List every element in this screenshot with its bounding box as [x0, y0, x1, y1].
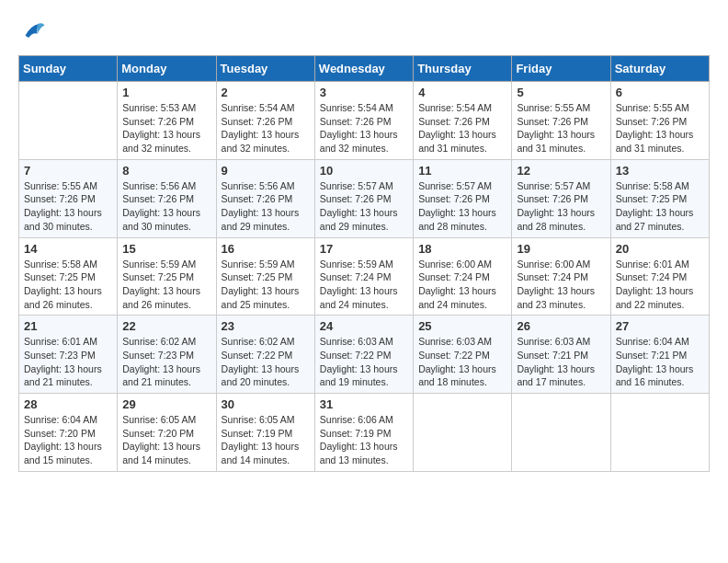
sunset-text: Sunset: 7:24 PM	[320, 271, 392, 282]
sunrise-text: Sunrise: 6:05 AM	[122, 414, 196, 425]
sunset-text: Sunset: 7:26 PM	[222, 116, 293, 127]
sunset-text: Sunset: 7:26 PM	[320, 116, 392, 127]
weekday-header-wednesday: Wednesday	[314, 56, 413, 82]
sunset-text: Sunset: 7:25 PM	[616, 193, 688, 204]
sunrise-text: Sunrise: 5:56 AM	[222, 180, 295, 191]
day-info: Sunrise: 5:53 AM Sunset: 7:26 PM Dayligh…	[122, 101, 210, 155]
calendar-cell: 26 Sunrise: 6:03 AM Sunset: 7:21 PM Dayl…	[512, 316, 610, 394]
sunset-text: Sunset: 7:26 PM	[418, 116, 490, 127]
daylight-text: Daylight: 13 hours and 29 minutes.	[320, 207, 398, 232]
daylight-text: Daylight: 13 hours and 18 minutes.	[418, 363, 496, 388]
weekday-header-sunday: Sunday	[19, 56, 118, 82]
day-number: 10	[320, 164, 408, 178]
sunrise-text: Sunrise: 6:01 AM	[616, 259, 689, 270]
sunrise-text: Sunrise: 6:06 AM	[320, 414, 393, 425]
sunrise-text: Sunrise: 5:55 AM	[517, 102, 590, 113]
daylight-text: Daylight: 13 hours and 17 minutes.	[517, 363, 595, 388]
daylight-text: Daylight: 13 hours and 28 minutes.	[517, 207, 595, 232]
day-number: 6	[616, 86, 704, 99]
day-info: Sunrise: 6:02 AM Sunset: 7:23 PM Dayligh…	[122, 335, 210, 389]
sunset-text: Sunset: 7:24 PM	[616, 271, 688, 282]
sunset-text: Sunset: 7:19 PM	[222, 428, 293, 439]
daylight-text: Daylight: 13 hours and 29 minutes.	[222, 207, 300, 232]
sunrise-text: Sunrise: 5:55 AM	[616, 102, 689, 113]
calendar-cell	[512, 394, 610, 472]
calendar-week-1: 1 Sunrise: 5:53 AM Sunset: 7:26 PM Dayli…	[19, 82, 710, 160]
daylight-text: Daylight: 13 hours and 19 minutes.	[320, 363, 398, 388]
calendar-cell: 12 Sunrise: 5:57 AM Sunset: 7:26 PM Dayl…	[512, 159, 610, 237]
daylight-text: Daylight: 13 hours and 26 minutes.	[24, 285, 102, 310]
calendar-cell: 8 Sunrise: 5:56 AM Sunset: 7:26 PM Dayli…	[118, 159, 216, 237]
calendar-cell: 10 Sunrise: 5:57 AM Sunset: 7:26 PM Dayl…	[314, 159, 413, 237]
day-number: 23	[222, 319, 310, 333]
daylight-text: Daylight: 13 hours and 14 minutes.	[222, 441, 300, 465]
calendar-cell: 24 Sunrise: 6:03 AM Sunset: 7:22 PM Dayl…	[314, 316, 413, 394]
daylight-text: Daylight: 13 hours and 32 minutes.	[222, 129, 300, 154]
day-number: 19	[517, 242, 605, 256]
sunrise-text: Sunrise: 6:03 AM	[418, 336, 492, 347]
sunrise-text: Sunrise: 6:00 AM	[418, 259, 492, 270]
calendar-cell: 7 Sunrise: 5:55 AM Sunset: 7:26 PM Dayli…	[19, 159, 118, 237]
sunset-text: Sunset: 7:22 PM	[320, 350, 392, 361]
daylight-text: Daylight: 13 hours and 32 minutes.	[320, 129, 398, 154]
day-number: 27	[616, 319, 704, 333]
calendar-cell: 28 Sunrise: 6:04 AM Sunset: 7:20 PM Dayl…	[19, 394, 118, 472]
sunrise-text: Sunrise: 5:59 AM	[320, 259, 393, 270]
daylight-text: Daylight: 13 hours and 13 minutes.	[320, 441, 398, 465]
calendar-cell: 16 Sunrise: 5:59 AM Sunset: 7:25 PM Dayl…	[216, 237, 314, 316]
sunset-text: Sunset: 7:26 PM	[122, 193, 194, 204]
day-number: 25	[418, 319, 506, 333]
day-number: 16	[222, 242, 310, 256]
calendar-week-4: 21 Sunrise: 6:01 AM Sunset: 7:23 PM Dayl…	[19, 316, 710, 394]
sunset-text: Sunset: 7:26 PM	[122, 116, 194, 127]
sunset-text: Sunset: 7:24 PM	[418, 271, 490, 282]
day-info: Sunrise: 5:57 AM Sunset: 7:26 PM Dayligh…	[517, 179, 605, 234]
sunrise-text: Sunrise: 6:02 AM	[122, 336, 196, 347]
sunrise-text: Sunrise: 5:57 AM	[517, 180, 590, 191]
day-number: 28	[24, 397, 112, 411]
calendar-cell: 3 Sunrise: 5:54 AM Sunset: 7:26 PM Dayli…	[314, 82, 413, 160]
day-number: 29	[122, 397, 210, 411]
sunrise-text: Sunrise: 5:58 AM	[616, 180, 689, 191]
day-info: Sunrise: 6:03 AM Sunset: 7:21 PM Dayligh…	[517, 335, 605, 389]
page-header	[18, 18, 710, 46]
weekday-header-friday: Friday	[512, 56, 610, 82]
day-info: Sunrise: 6:05 AM Sunset: 7:19 PM Dayligh…	[222, 413, 310, 467]
sunset-text: Sunset: 7:26 PM	[24, 193, 96, 204]
calendar-cell	[610, 394, 709, 472]
calendar-cell: 2 Sunrise: 5:54 AM Sunset: 7:26 PM Dayli…	[216, 82, 314, 160]
calendar-cell: 17 Sunrise: 5:59 AM Sunset: 7:24 PM Dayl…	[314, 237, 413, 316]
daylight-text: Daylight: 13 hours and 16 minutes.	[616, 363, 694, 388]
calendar-cell: 23 Sunrise: 6:02 AM Sunset: 7:22 PM Dayl…	[216, 316, 314, 394]
day-number: 17	[320, 242, 408, 256]
day-number: 20	[616, 242, 704, 256]
weekday-header-row: SundayMondayTuesdayWednesdayThursdayFrid…	[19, 56, 710, 82]
day-info: Sunrise: 5:54 AM Sunset: 7:26 PM Dayligh…	[418, 101, 506, 155]
sunset-text: Sunset: 7:26 PM	[517, 193, 588, 204]
day-info: Sunrise: 5:56 AM Sunset: 7:26 PM Dayligh…	[122, 179, 210, 234]
day-number: 1	[122, 86, 210, 99]
daylight-text: Daylight: 13 hours and 15 minutes.	[24, 441, 102, 465]
day-info: Sunrise: 5:58 AM Sunset: 7:25 PM Dayligh…	[24, 258, 112, 312]
sunset-text: Sunset: 7:25 PM	[122, 271, 194, 282]
sunrise-text: Sunrise: 5:59 AM	[222, 259, 295, 270]
day-info: Sunrise: 5:55 AM Sunset: 7:26 PM Dayligh…	[517, 101, 605, 155]
sunrise-text: Sunrise: 5:54 AM	[222, 102, 295, 113]
day-info: Sunrise: 5:57 AM Sunset: 7:26 PM Dayligh…	[320, 179, 408, 234]
day-number: 22	[122, 319, 210, 333]
daylight-text: Daylight: 13 hours and 27 minutes.	[616, 207, 694, 232]
day-info: Sunrise: 6:04 AM Sunset: 7:20 PM Dayligh…	[24, 413, 112, 467]
day-number: 30	[222, 397, 310, 411]
sunrise-text: Sunrise: 6:00 AM	[517, 259, 590, 270]
daylight-text: Daylight: 13 hours and 20 minutes.	[222, 363, 300, 388]
calendar-cell: 6 Sunrise: 5:55 AM Sunset: 7:26 PM Dayli…	[610, 82, 709, 160]
day-number: 21	[24, 319, 112, 333]
daylight-text: Daylight: 13 hours and 21 minutes.	[24, 363, 102, 388]
calendar-week-3: 14 Sunrise: 5:58 AM Sunset: 7:25 PM Dayl…	[19, 237, 710, 316]
sunrise-text: Sunrise: 6:01 AM	[24, 336, 97, 347]
day-info: Sunrise: 5:57 AM Sunset: 7:26 PM Dayligh…	[418, 179, 506, 234]
daylight-text: Daylight: 13 hours and 31 minutes.	[418, 129, 496, 154]
day-number: 8	[122, 164, 210, 178]
sunrise-text: Sunrise: 6:04 AM	[616, 336, 689, 347]
calendar-week-5: 28 Sunrise: 6:04 AM Sunset: 7:20 PM Dayl…	[19, 394, 710, 472]
